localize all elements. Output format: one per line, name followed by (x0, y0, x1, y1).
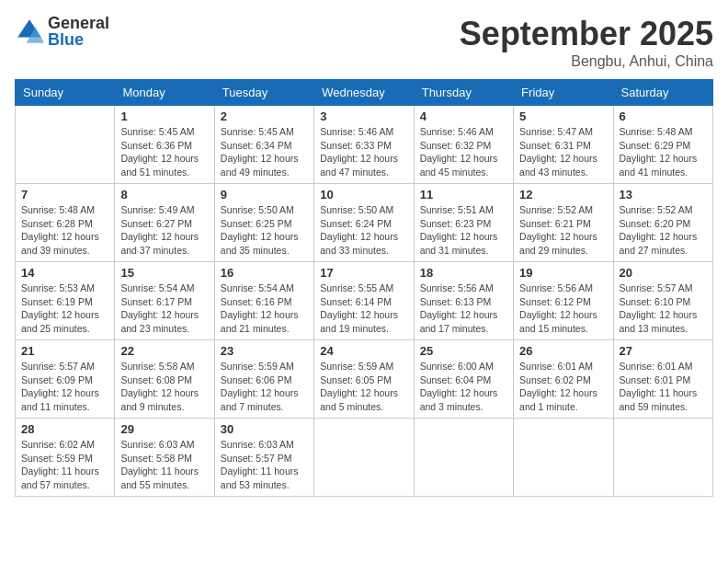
day-info: Sunrise: 5:54 AM Sunset: 6:17 PM Dayligh… (120, 282, 208, 336)
day-cell-9: 9Sunrise: 5:50 AM Sunset: 6:25 PM Daylig… (214, 184, 313, 262)
day-number: 6 (620, 109, 707, 123)
week-row-2: 7Sunrise: 5:48 AM Sunset: 6:28 PM Daylig… (16, 184, 713, 262)
weekday-header-sunday: Sunday (16, 80, 115, 106)
day-info: Sunrise: 5:59 AM Sunset: 6:05 PM Dayligh… (320, 360, 407, 414)
day-cell-1: 1Sunrise: 5:45 AM Sunset: 6:36 PM Daylig… (115, 106, 214, 184)
day-info: Sunrise: 5:56 AM Sunset: 6:12 PM Dayligh… (519, 282, 607, 336)
day-cell-21: 21Sunrise: 5:57 AM Sunset: 6:09 PM Dayli… (16, 340, 115, 419)
day-number: 20 (620, 266, 707, 280)
day-info: Sunrise: 6:01 AM Sunset: 6:01 PM Dayligh… (620, 360, 707, 414)
day-info: Sunrise: 6:00 AM Sunset: 6:04 PM Dayligh… (420, 360, 507, 414)
day-number: 12 (519, 188, 607, 201)
day-cell-24: 24Sunrise: 5:59 AM Sunset: 6:05 PM Dayli… (314, 340, 414, 419)
day-number: 8 (120, 188, 208, 201)
weekday-header-friday: Friday (514, 80, 613, 106)
day-number: 15 (120, 266, 208, 280)
empty-cell (16, 106, 115, 184)
week-row-4: 21Sunrise: 5:57 AM Sunset: 6:09 PM Dayli… (16, 340, 713, 419)
day-info: Sunrise: 5:47 AM Sunset: 6:31 PM Dayligh… (519, 125, 607, 179)
day-number: 2 (221, 109, 308, 123)
day-cell-8: 8Sunrise: 5:49 AM Sunset: 6:27 PM Daylig… (115, 184, 214, 262)
logo-icon (15, 17, 44, 46)
weekday-header-wednesday: Wednesday (314, 80, 414, 106)
day-cell-2: 2Sunrise: 5:45 AM Sunset: 6:34 PM Daylig… (214, 106, 313, 184)
day-info: Sunrise: 5:52 AM Sunset: 6:20 PM Dayligh… (620, 203, 707, 258)
weekday-header-row: SundayMondayTuesdayWednesdayThursdayFrid… (16, 80, 713, 106)
logo-blue-text: Blue (48, 31, 109, 48)
page-header: General Blue September 2025 Bengbu, Anhu… (15, 15, 713, 70)
day-number: 25 (420, 344, 507, 358)
day-info: Sunrise: 5:52 AM Sunset: 6:21 PM Dayligh… (519, 203, 607, 258)
empty-cell (514, 419, 613, 497)
day-cell-28: 28Sunrise: 6:02 AM Sunset: 5:59 PM Dayli… (16, 419, 115, 497)
day-info: Sunrise: 6:01 AM Sunset: 6:02 PM Dayligh… (519, 360, 607, 414)
day-number: 16 (221, 266, 308, 280)
day-info: Sunrise: 6:03 AM Sunset: 5:58 PM Dayligh… (120, 438, 208, 492)
day-number: 14 (21, 266, 108, 280)
day-cell-26: 26Sunrise: 6:01 AM Sunset: 6:02 PM Dayli… (514, 340, 613, 419)
day-number: 28 (21, 422, 108, 436)
day-cell-17: 17Sunrise: 5:55 AM Sunset: 6:14 PM Dayli… (314, 262, 414, 340)
empty-cell (613, 419, 712, 497)
day-number: 18 (420, 266, 507, 280)
day-cell-14: 14Sunrise: 5:53 AM Sunset: 6:19 PM Dayli… (16, 262, 115, 340)
day-info: Sunrise: 5:45 AM Sunset: 6:36 PM Dayligh… (120, 125, 208, 179)
day-info: Sunrise: 5:53 AM Sunset: 6:19 PM Dayligh… (21, 282, 108, 336)
day-cell-5: 5Sunrise: 5:47 AM Sunset: 6:31 PM Daylig… (514, 106, 613, 184)
day-info: Sunrise: 6:03 AM Sunset: 5:57 PM Dayligh… (221, 438, 308, 492)
day-number: 10 (320, 188, 407, 201)
day-cell-19: 19Sunrise: 5:56 AM Sunset: 6:12 PM Dayli… (514, 262, 613, 340)
calendar-table: SundayMondayTuesdayWednesdayThursdayFrid… (15, 79, 713, 497)
logo: General Blue (15, 15, 109, 48)
empty-cell (414, 419, 513, 497)
day-cell-4: 4Sunrise: 5:46 AM Sunset: 6:32 PM Daylig… (414, 106, 513, 184)
day-info: Sunrise: 5:50 AM Sunset: 6:25 PM Dayligh… (221, 203, 308, 258)
day-cell-10: 10Sunrise: 5:50 AM Sunset: 6:24 PM Dayli… (314, 184, 414, 262)
day-cell-25: 25Sunrise: 6:00 AM Sunset: 6:04 PM Dayli… (414, 340, 513, 419)
day-number: 5 (519, 109, 607, 123)
day-info: Sunrise: 5:57 AM Sunset: 6:10 PM Dayligh… (620, 282, 707, 336)
week-row-5: 28Sunrise: 6:02 AM Sunset: 5:59 PM Dayli… (16, 419, 713, 497)
day-cell-20: 20Sunrise: 5:57 AM Sunset: 6:10 PM Dayli… (613, 262, 712, 340)
day-cell-7: 7Sunrise: 5:48 AM Sunset: 6:28 PM Daylig… (16, 184, 115, 262)
day-number: 7 (21, 188, 108, 201)
day-info: Sunrise: 5:48 AM Sunset: 6:28 PM Dayligh… (21, 203, 108, 258)
logo-text: General Blue (48, 15, 109, 48)
day-info: Sunrise: 5:46 AM Sunset: 6:32 PM Dayligh… (420, 125, 507, 179)
day-number: 23 (221, 344, 308, 358)
day-cell-18: 18Sunrise: 5:56 AM Sunset: 6:13 PM Dayli… (414, 262, 513, 340)
title-block: September 2025 Bengbu, Anhui, China (460, 15, 713, 70)
day-number: 22 (120, 344, 208, 358)
weekday-header-monday: Monday (115, 80, 214, 106)
day-cell-23: 23Sunrise: 5:59 AM Sunset: 6:06 PM Dayli… (214, 340, 313, 419)
day-number: 4 (420, 109, 507, 123)
day-cell-22: 22Sunrise: 5:58 AM Sunset: 6:08 PM Dayli… (115, 340, 214, 419)
day-cell-6: 6Sunrise: 5:48 AM Sunset: 6:29 PM Daylig… (613, 106, 712, 184)
day-cell-27: 27Sunrise: 6:01 AM Sunset: 6:01 PM Dayli… (613, 340, 712, 419)
day-number: 3 (320, 109, 407, 123)
day-number: 11 (420, 188, 507, 201)
day-number: 9 (221, 188, 308, 201)
day-cell-12: 12Sunrise: 5:52 AM Sunset: 6:21 PM Dayli… (514, 184, 613, 262)
day-cell-16: 16Sunrise: 5:54 AM Sunset: 6:16 PM Dayli… (214, 262, 313, 340)
day-number: 30 (221, 422, 308, 436)
week-row-1: 1Sunrise: 5:45 AM Sunset: 6:36 PM Daylig… (16, 106, 713, 184)
day-cell-30: 30Sunrise: 6:03 AM Sunset: 5:57 PM Dayli… (214, 419, 313, 497)
day-number: 24 (320, 344, 407, 358)
day-info: Sunrise: 5:58 AM Sunset: 6:08 PM Dayligh… (120, 360, 208, 414)
day-number: 26 (519, 344, 607, 358)
weekday-header-tuesday: Tuesday (214, 80, 313, 106)
month-title: September 2025 (460, 15, 713, 53)
day-cell-13: 13Sunrise: 5:52 AM Sunset: 6:20 PM Dayli… (613, 184, 712, 262)
day-cell-29: 29Sunrise: 6:03 AM Sunset: 5:58 PM Dayli… (115, 419, 214, 497)
day-number: 29 (120, 422, 208, 436)
day-number: 21 (21, 344, 108, 358)
day-info: Sunrise: 5:45 AM Sunset: 6:34 PM Dayligh… (221, 125, 308, 179)
day-number: 27 (620, 344, 707, 358)
day-cell-3: 3Sunrise: 5:46 AM Sunset: 6:33 PM Daylig… (314, 106, 414, 184)
day-info: Sunrise: 5:49 AM Sunset: 6:27 PM Dayligh… (120, 203, 208, 258)
day-info: Sunrise: 5:51 AM Sunset: 6:23 PM Dayligh… (420, 203, 507, 258)
day-number: 13 (620, 188, 707, 201)
day-info: Sunrise: 5:48 AM Sunset: 6:29 PM Dayligh… (620, 125, 707, 179)
day-number: 1 (120, 109, 208, 123)
